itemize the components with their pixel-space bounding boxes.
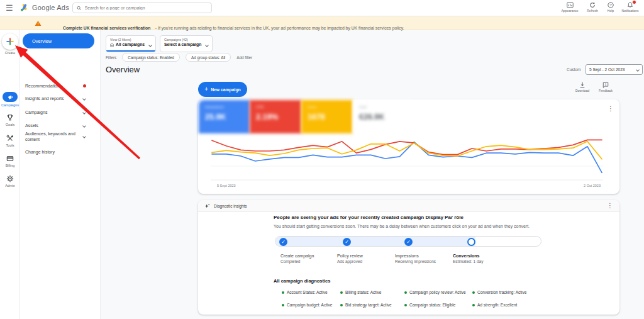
sidenav-item-overview[interactable]: Overview [23,33,94,48]
status-ok-dot [340,304,343,306]
plus-icon: + [204,86,208,92]
notifications-button[interactable]: Notifications [619,2,641,13]
chevron-down-icon [636,68,640,72]
step-create-campaign-check-icon: ✓ [279,238,287,246]
secondary-sidenav: Overview Recommendations Insights and re… [20,30,101,319]
scorecard-1[interactable]: Interactions 25.9K [199,100,250,133]
diagnostic-insights-panel: Diagnostic insights ⋮ People are seeing … [198,200,619,315]
google-ads-logo[interactable]: Google Ads [20,3,69,12]
diagnostic-panel-kebab-menu[interactable]: ⋮ [607,203,613,209]
step-impressions-check-icon: ✓ [404,238,413,246]
campaign-select-dropdown[interactable]: Campaigns (42) Select a campaign [160,35,213,52]
diagnostic-campaign-budget: Campaign budget: Active [282,303,332,307]
google-ads-app: ☰ Google Ads Appearance [0,0,644,319]
overview-pill-label: Overview [32,38,52,44]
logo-text: Google Ads [32,4,69,11]
status-ok-dot [282,291,284,294]
status-ok-dot [340,291,343,294]
scorecard-2-label: CTR [256,105,301,109]
campaign-progress-stepper: ✓ ✓ ✓ [275,236,541,247]
notification-badge [632,0,636,4]
feedback-button[interactable]: Feedback [594,82,617,92]
campaign-select-value: Select a campaign [164,42,201,47]
chevron-down-icon [82,97,86,101]
campaigns-icon [8,94,13,100]
scorecard-4-value: €26.9K [359,113,413,121]
chart-end-date-label: 2 Oct 2023 [550,184,601,187]
rail-item-create[interactable]: Create [0,33,20,55]
notifications-label: Notifications [621,9,638,13]
sidenav-item-campaigns[interactable]: Campaigns [25,109,98,115]
rail-item-admin[interactable]: Admin [0,175,20,187]
campaign-select-label: Campaigns (42) [164,38,208,42]
diagnostic-campaign-status: Campaign status: Eligible [404,303,455,307]
new-campaign-button[interactable]: + New campaign [198,82,247,97]
uk-verification-banner: Complete UK financial services verificat… [0,16,644,30]
scorecard-1-value: 25.9K [205,113,250,121]
search-input[interactable] [85,6,208,10]
download-label: Download [575,89,589,92]
google-ads-logo-icon [20,3,29,12]
sidenav-item-audiences[interactable]: Audiences, keywords and content [25,131,98,142]
series-yellow [212,142,602,159]
view-filter-value: All campaigns [116,42,145,47]
status-ok-dot [472,291,475,294]
top-bar: ☰ Google Ads Appearance [0,0,644,16]
scorecard-4-label: Cost [359,105,413,109]
overview-panel-kebab-menu[interactable]: ⋮ [608,106,614,112]
scorecard-3[interactable]: Conv. 1678 [301,100,353,133]
insight-subtext: You should start getting conversions soo… [274,224,530,228]
appearance-button[interactable]: Appearance [558,2,581,13]
chevron-down-icon [82,135,86,138]
date-range-picker[interactable]: 5 Sept - 2 Oct 2023 [586,64,643,75]
filter-chip-ad-group-status[interactable]: Ad group status: All [186,53,231,62]
diagnostic-account-status: Account Status: Active [282,290,328,294]
sidenav-item-assets[interactable]: Assets [25,123,98,128]
rail-item-tools[interactable]: Tools [0,135,20,147]
status-ok-dot [404,291,407,294]
scorecard-4[interactable]: Cost €26.9K [353,100,413,133]
feedback-label: Feedback [599,89,613,92]
diagnostic-policy-review: Campaign policy review: Active [404,290,466,294]
help-label: Help [608,9,614,13]
step-impressions: Impressions Receiving impressions [395,254,450,264]
scorecard-2[interactable]: CTR 2.19% [250,100,301,133]
download-button[interactable]: Download [571,82,594,92]
admin-gear-icon [6,175,14,182]
svg-text:?: ? [609,3,612,7]
banner-title: Complete UK financial services verificat… [63,26,150,30]
campaigns-pill [3,92,18,102]
step-policy-review: Policy review Ads approved [337,254,392,264]
hamburger-menu-icon[interactable]: ☰ [6,4,13,12]
admin-label: Admin [5,184,15,187]
tools-icon [6,135,14,142]
view-filter-dropdown[interactable]: View (2 filters) All campaigns [106,35,156,52]
rail-item-billing[interactable]: Billing [0,155,20,167]
rail-item-goals[interactable]: Goals [0,114,20,126]
sidenav-item-recommendations[interactable]: Recommendations [25,83,98,89]
rail-item-campaigns[interactable]: Campaigns [0,92,20,107]
create-label: Create [5,51,16,55]
diagnostic-billing-status: Billing status: Active [340,290,381,294]
active-view-underline [106,50,155,52]
help-icon: ? [608,2,614,8]
create-button[interactable] [2,33,18,50]
goals-label: Goals [6,123,14,126]
filters-row: Filters Campaign status: Enabled Ad grou… [106,53,252,62]
diagnostic-ad-strength: Ad strength: Excellent [472,303,517,307]
overview-performance-panel: Interactions 25.9K CTR 2.19% Conv. 1678 … [198,99,619,194]
sidenav-item-change-history[interactable]: Change history [25,149,98,155]
filter-chip-campaign-status[interactable]: Campaign status: Enabled [122,53,180,62]
date-range-custom-label: Custom [567,67,580,72]
status-ok-dot [282,304,284,306]
create-plus-icon [6,38,14,45]
diagnostic-insights-title: Diagnostic insights [214,204,247,208]
refresh-icon [589,2,596,8]
page-title: Overview [106,65,140,74]
global-search[interactable] [72,3,212,13]
add-filter-button[interactable]: Add filter [236,55,252,60]
primary-nav-rail: Create Campaigns Goals [0,30,20,319]
filters-label: Filters [106,55,116,60]
sidenav-item-insights-reports[interactable]: Insights and reports [25,96,98,101]
step-policy-review-check-icon: ✓ [343,238,351,246]
